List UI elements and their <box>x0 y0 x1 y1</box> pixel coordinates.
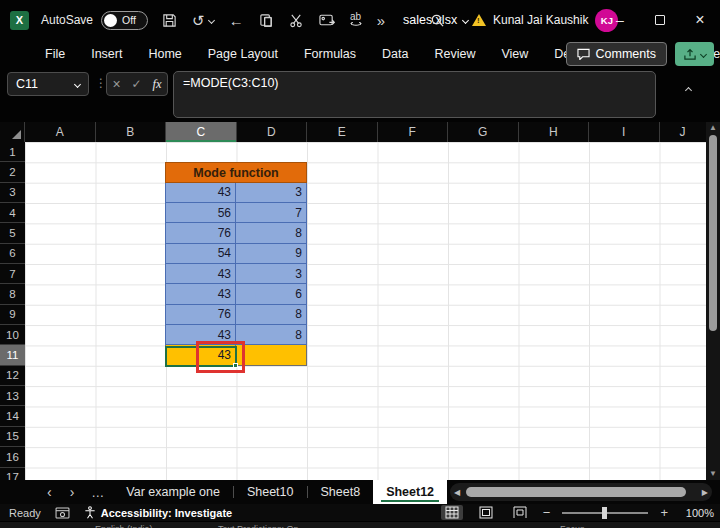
copy-icon[interactable] <box>259 13 274 28</box>
column-header-e[interactable]: E <box>307 122 378 142</box>
zoom-slider-handle[interactable] <box>602 507 607 519</box>
collapse-formula-bar-button[interactable] <box>686 79 691 97</box>
row-header-15[interactable]: 15 <box>0 427 25 447</box>
cell-c7[interactable]: 43 <box>165 264 236 284</box>
tab-review[interactable]: Review <box>421 40 488 68</box>
cell-d4[interactable]: 7 <box>236 203 307 223</box>
minimize-button[interactable]: – <box>600 0 640 40</box>
row-header-10[interactable]: 10 <box>0 325 25 345</box>
autosave-toggle[interactable]: Off <box>101 11 148 30</box>
search-button[interactable] <box>430 0 445 40</box>
formula-input[interactable]: =MODE(C3:C10) <box>173 71 656 118</box>
comments-button[interactable]: Comments <box>566 42 667 66</box>
column-header-b[interactable]: B <box>96 122 167 142</box>
hscroll-left-icon[interactable]: ◀ <box>454 488 460 497</box>
row-header-17[interactable]: 17 <box>0 468 25 481</box>
column-header-g[interactable]: G <box>448 122 519 142</box>
row-header-2[interactable]: 2 <box>0 162 25 182</box>
sheet-tab-sheet10[interactable]: Sheet10 <box>234 480 307 504</box>
sheet-tab-sheet8[interactable]: Sheet8 <box>308 480 374 504</box>
row-header-16[interactable]: 16 <box>0 447 25 467</box>
column-header-i[interactable]: I <box>589 122 660 142</box>
replace-icon[interactable]: ab <box>350 12 362 28</box>
zoom-in-button[interactable]: + <box>660 505 668 520</box>
email-export-icon[interactable] <box>319 13 335 27</box>
vertical-scrollbar[interactable]: ▲ ▼ <box>706 122 720 480</box>
cut-icon[interactable] <box>289 13 304 28</box>
cell-c5[interactable]: 76 <box>165 223 236 243</box>
cell-c3[interactable]: 43 <box>165 183 236 203</box>
tab-formulas[interactable]: Formulas <box>291 40 369 68</box>
scroll-up-icon[interactable]: ▲ <box>709 122 717 134</box>
cell-d7[interactable]: 3 <box>236 264 307 284</box>
row-header-6[interactable]: 6 <box>0 244 25 264</box>
save-icon[interactable] <box>162 13 177 28</box>
hscroll-right-icon[interactable]: ▶ <box>702 488 708 497</box>
tab-view[interactable]: View <box>488 40 541 68</box>
row-header-12[interactable]: 12 <box>0 366 25 386</box>
row-header-11[interactable]: 11 <box>0 345 25 365</box>
cell-d3[interactable]: 3 <box>236 183 307 203</box>
row-header-3[interactable]: 3 <box>0 183 25 203</box>
select-all-button[interactable] <box>0 122 25 142</box>
account-area[interactable]: ! Kunal Jai Kaushik KJ <box>472 0 618 40</box>
zoom-out-button[interactable]: − <box>543 505 551 520</box>
tab-page-layout[interactable]: Page Layout <box>195 40 291 68</box>
cell-d6[interactable]: 9 <box>236 244 307 264</box>
name-box[interactable]: C11 <box>7 72 89 96</box>
row-header-1[interactable]: 1 <box>0 142 25 162</box>
excel-app-icon[interactable]: X <box>10 11 29 30</box>
column-header-j[interactable]: J <box>660 122 706 142</box>
sheet-tab-sheet12-active[interactable]: Sheet12 <box>373 480 447 504</box>
scroll-down-icon[interactable]: ▼ <box>709 468 717 480</box>
zoom-level[interactable]: 100% <box>680 507 714 519</box>
qat-overflow-icon[interactable]: » <box>377 13 385 28</box>
zoom-slider[interactable] <box>562 512 648 514</box>
page-layout-view-button[interactable] <box>475 505 497 520</box>
row-header-9[interactable]: 9 <box>0 305 25 325</box>
enter-check-icon[interactable]: ✓ <box>132 77 142 91</box>
cell-d10[interactable]: 8 <box>236 325 307 345</box>
cell-c8[interactable]: 43 <box>165 284 236 304</box>
cells-area[interactable]: Mode function 43 3 56 7 76 8 54 9 43 3 <box>25 142 706 480</box>
horizontal-scrollbar[interactable]: ◀ ▶ <box>450 483 712 501</box>
sheet-nav-left-icon[interactable]: ‹ <box>38 484 61 500</box>
sheet-tab-var-example-one[interactable]: Var example one <box>113 480 233 504</box>
tab-insert[interactable]: Insert <box>78 40 135 68</box>
sheet-list-more-icon[interactable]: … <box>83 485 113 500</box>
share-button[interactable] <box>675 42 714 66</box>
row-header-14[interactable]: 14 <box>0 406 25 426</box>
cell-d8[interactable]: 6 <box>236 284 307 304</box>
back-arrow-icon[interactable]: ← <box>229 13 244 28</box>
cell-d9[interactable]: 8 <box>236 305 307 325</box>
row-header-7[interactable]: 7 <box>0 264 25 284</box>
undo-button[interactable]: ↺ <box>192 13 214 28</box>
cancel-icon[interactable]: × <box>112 76 120 92</box>
accessibility-status[interactable]: Accessibility: Investigate <box>84 506 232 519</box>
close-button[interactable]: × <box>680 0 720 40</box>
row-header-4[interactable]: 4 <box>0 203 25 223</box>
cell-c9[interactable]: 76 <box>165 305 236 325</box>
tab-data[interactable]: Data <box>369 40 421 68</box>
row-header-13[interactable]: 13 <box>0 386 25 406</box>
column-header-a[interactable]: A <box>25 122 96 142</box>
horizontal-scroll-thumb[interactable] <box>466 487 686 497</box>
normal-view-button[interactable] <box>441 505 463 520</box>
tab-file[interactable]: File <box>32 40 78 68</box>
maximize-button[interactable] <box>640 0 680 40</box>
cell-d5[interactable]: 8 <box>236 223 307 243</box>
table-title-cell[interactable]: Mode function <box>165 162 307 182</box>
macro-record-icon[interactable] <box>55 507 70 519</box>
vertical-scroll-thumb[interactable] <box>709 135 717 331</box>
sheet-nav-right-icon[interactable]: › <box>61 484 84 500</box>
column-header-c[interactable]: C <box>166 122 237 142</box>
cell-c4[interactable]: 56 <box>165 203 236 223</box>
cell-c6[interactable]: 54 <box>165 244 236 264</box>
column-header-f[interactable]: F <box>378 122 449 142</box>
cell-d11[interactable] <box>236 345 307 365</box>
column-header-h[interactable]: H <box>519 122 590 142</box>
column-header-d[interactable]: D <box>237 122 308 142</box>
row-header-5[interactable]: 5 <box>0 223 25 243</box>
row-header-8[interactable]: 8 <box>0 284 25 304</box>
insert-function-icon[interactable]: fx <box>153 77 162 92</box>
